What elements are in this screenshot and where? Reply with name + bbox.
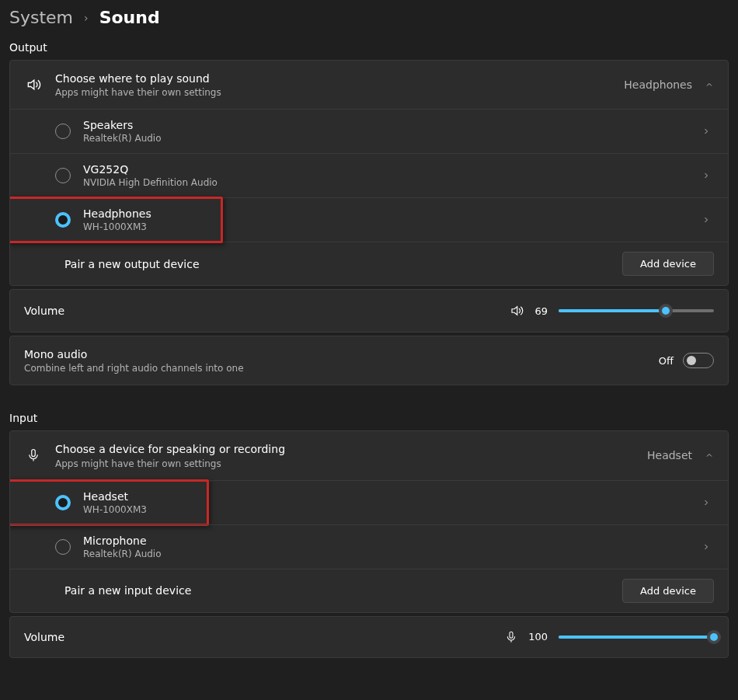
chevron-right-icon[interactable] (698, 539, 714, 555)
speaker-icon (24, 77, 43, 92)
microphone-icon (24, 448, 43, 462)
add-output-device-button[interactable]: Add device (622, 252, 714, 276)
device-name: Speakers (83, 119, 698, 131)
device-name: VG252Q (83, 163, 698, 176)
radio-button[interactable] (55, 212, 71, 228)
output-header-row[interactable]: Choose where to play sound Apps might ha… (10, 61, 728, 109)
mono-audio-toggle[interactable] (683, 353, 714, 368)
radio-button[interactable] (55, 124, 71, 139)
input-device-row[interactable]: MicrophoneRealtek(R) Audio (10, 524, 728, 569)
slider-thumb[interactable] (707, 630, 721, 644)
output-volume-card: Volume 69 (9, 289, 729, 333)
input-device-row[interactable]: HeadsetWH-1000XM3 (10, 480, 728, 524)
breadcrumb-parent[interactable]: System (9, 8, 73, 27)
breadcrumb-current: Sound (99, 8, 160, 27)
input-volume-slider[interactable] (559, 636, 714, 639)
output-card: Choose where to play sound Apps might ha… (9, 60, 729, 286)
device-sub: NVIDIA High Definition Audio (83, 177, 698, 188)
microphone-icon[interactable] (505, 631, 517, 643)
device-sub: WH-1000XM3 (83, 504, 698, 515)
output-device-row[interactable]: SpeakersRealtek(R) Audio (10, 109, 728, 153)
input-pair-label: Pair a new input device (64, 584, 622, 597)
input-volume-label: Volume (24, 631, 505, 643)
device-sub: WH-1000XM3 (83, 221, 698, 232)
input-header-title: Choose a device for speaking or recordin… (55, 442, 647, 456)
input-pair-row: Pair a new input device Add device (10, 569, 728, 612)
add-input-device-button[interactable]: Add device (622, 579, 714, 603)
chevron-right-icon[interactable] (698, 212, 714, 228)
input-header-row[interactable]: Choose a device for speaking or recordin… (10, 431, 728, 479)
output-section-title: Output (9, 41, 729, 60)
mono-audio-title: Mono audio (24, 347, 659, 361)
svg-rect-1 (510, 632, 513, 638)
output-volume-label: Volume (24, 305, 510, 317)
slider-thumb[interactable] (659, 304, 673, 318)
output-header-title: Choose where to play sound (55, 71, 624, 85)
mono-audio-card: Mono audio Combine left and right audio … (9, 336, 729, 385)
output-header-sub: Apps might have their own settings (55, 87, 624, 98)
chevron-up-icon (705, 80, 714, 89)
output-pair-label: Pair a new output device (64, 258, 622, 270)
mono-audio-state: Off (659, 355, 674, 367)
chevron-right-icon: › (84, 12, 89, 24)
input-volume-card: Volume 100 (9, 616, 729, 658)
device-sub: Realtek(R) Audio (83, 133, 698, 144)
input-header-sub: Apps might have their own settings (55, 458, 647, 469)
device-name: Microphone (83, 535, 698, 547)
radio-button[interactable] (55, 539, 71, 555)
radio-button[interactable] (55, 495, 71, 510)
output-device-row[interactable]: HeadphonesWH-1000XM3 (10, 197, 728, 242)
output-volume-slider[interactable] (559, 309, 714, 312)
output-volume-value: 69 (534, 305, 548, 317)
device-name: Headphones (83, 207, 698, 220)
chevron-up-icon (705, 451, 714, 460)
breadcrumb: System › Sound (9, 6, 729, 41)
input-current-device: Headset (647, 449, 692, 461)
input-section-title: Input (9, 412, 729, 430)
input-volume-value: 100 (528, 631, 548, 643)
output-current-device: Headphones (624, 78, 692, 91)
input-card: Choose a device for speaking or recordin… (9, 430, 729, 612)
chevron-right-icon[interactable] (698, 168, 714, 183)
device-name: Headset (83, 490, 698, 503)
chevron-right-icon[interactable] (698, 124, 714, 139)
speaker-icon[interactable] (510, 304, 524, 318)
mono-audio-sub: Combine left and right audio channels in… (24, 363, 659, 374)
output-pair-row: Pair a new output device Add device (10, 242, 728, 285)
svg-rect-0 (32, 450, 36, 457)
chevron-right-icon[interactable] (698, 495, 714, 510)
output-device-row[interactable]: VG252QNVIDIA High Definition Audio (10, 153, 728, 197)
device-sub: Realtek(R) Audio (83, 549, 698, 559)
radio-button[interactable] (55, 168, 71, 183)
